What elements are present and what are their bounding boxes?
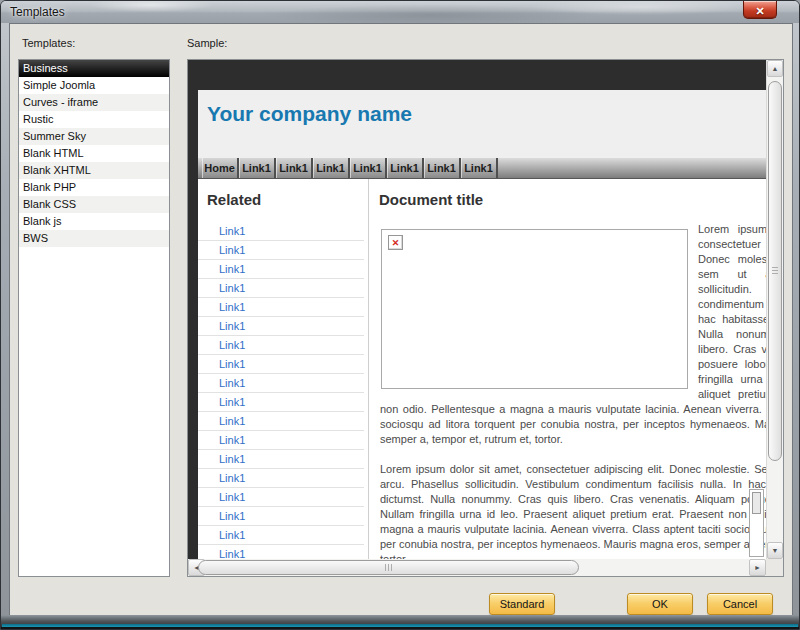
horizontal-scrollbar-thumb[interactable] — [198, 560, 579, 575]
templates-label: Templates: — [22, 37, 75, 49]
related-link[interactable]: Link1 — [198, 526, 364, 545]
scroll-up-icon: ▲ — [772, 65, 779, 72]
template-list-item[interactable]: Blank CSS — [19, 196, 169, 213]
related-link[interactable]: Link1 — [198, 260, 364, 279]
template-list-item[interactable]: Rustic — [19, 111, 169, 128]
related-link[interactable]: Link1 — [198, 241, 364, 260]
inner-page-scrollbar[interactable] — [749, 489, 764, 557]
close-button[interactable]: ✕ — [743, 1, 777, 19]
template-list-item[interactable]: Blank PHP — [19, 179, 169, 196]
scroll-up-button[interactable]: ▲ — [767, 60, 783, 77]
window-title: Templates — [10, 5, 65, 19]
vertical-scrollbar[interactable]: ▲ ▼ — [766, 60, 783, 559]
related-link[interactable]: Link1 — [198, 469, 364, 488]
preview-navbar: HomeLink1Link1Link1Link1Link1Link1Link1 — [198, 158, 784, 179]
broken-image-icon: ✕ — [388, 235, 403, 250]
related-link[interactable]: Link1 — [198, 355, 364, 374]
related-link[interactable]: Link1 — [198, 431, 364, 450]
related-link[interactable]: Link1 — [198, 412, 364, 431]
ok-button[interactable]: OK — [627, 593, 693, 615]
document-column: Document title ✕ Lorem ipsum dolor sit a… — [369, 179, 784, 577]
templates-listbox[interactable]: BusinessSimple JoomlaCurves - iframeRust… — [18, 59, 170, 577]
template-list-item[interactable]: Business — [19, 60, 169, 77]
frame-edge — [1, 627, 799, 629]
template-list-item[interactable]: Blank js — [19, 213, 169, 230]
scroll-down-button[interactable]: ▼ — [767, 542, 783, 559]
related-column: Related Link1Link1Link1Link1Link1Link1Li… — [198, 179, 369, 577]
document-content: ✕ Lorem ipsum dolor sit amet, consectetu… — [375, 222, 784, 577]
related-link[interactable]: Link1 — [198, 279, 364, 298]
scrollbar-corner — [766, 559, 783, 576]
nav-tab[interactable]: Link1 — [387, 158, 424, 178]
scroll-right-button[interactable]: ► — [749, 559, 766, 576]
titlebar[interactable]: Templates ✕ — [1, 1, 799, 23]
nav-tab[interactable]: Link1 — [239, 158, 276, 178]
related-link[interactable]: Link1 — [198, 488, 364, 507]
related-link[interactable]: Link1 — [198, 298, 364, 317]
nav-tab[interactable]: Link1 — [461, 158, 498, 178]
preview-page: Your company name HomeLink1Link1Link1Lin… — [198, 90, 784, 577]
preview-page-header: Your company name — [198, 90, 784, 158]
nav-tab[interactable]: Link1 — [313, 158, 350, 178]
cancel-button[interactable]: Cancel — [707, 593, 773, 615]
nav-tab[interactable]: Link1 — [276, 158, 313, 178]
template-list-item[interactable]: Blank XHTML — [19, 162, 169, 179]
related-link[interactable]: Link1 — [198, 374, 364, 393]
related-link[interactable]: Link1 — [198, 393, 364, 412]
related-links: Link1Link1Link1Link1Link1Link1Link1Link1… — [198, 222, 368, 564]
close-icon: ✕ — [755, 5, 764, 17]
paragraph: Lorem ipsum dolor sit amet, consectetuer… — [380, 462, 784, 567]
nav-tab[interactable]: Home — [202, 158, 239, 178]
related-heading: Related — [207, 191, 368, 208]
document-title-heading: Document title — [379, 191, 784, 208]
sample-preview-panel: Your company name HomeLink1Link1Link1Lin… — [187, 59, 784, 577]
scroll-down-icon: ▼ — [772, 547, 779, 554]
image-placeholder: ✕ — [381, 229, 688, 389]
dialog-body: Templates: Sample: BusinessSimple Joomla… — [9, 23, 793, 617]
scroll-right-icon: ► — [754, 564, 761, 571]
related-link[interactable]: Link1 — [198, 336, 364, 355]
template-list-item[interactable]: Blank HTML — [19, 145, 169, 162]
template-list-item[interactable]: BWS — [19, 230, 169, 247]
related-link[interactable]: Link1 — [198, 507, 364, 526]
template-list-item[interactable]: Curves - iframe — [19, 94, 169, 111]
related-link[interactable]: Link1 — [198, 450, 364, 469]
inner-scrollbar-thumb[interactable] — [752, 492, 761, 514]
related-link[interactable]: Link1 — [198, 222, 364, 241]
nav-tab[interactable]: Link1 — [424, 158, 461, 178]
vertical-scrollbar-thumb[interactable] — [768, 81, 782, 461]
template-list-item[interactable]: Simple Joomla — [19, 77, 169, 94]
sample-label: Sample: — [187, 37, 227, 49]
standard-button[interactable]: Standard — [489, 593, 555, 615]
window-frame-bottom — [1, 615, 799, 629]
horizontal-scrollbar[interactable]: ◄ ► — [188, 559, 766, 576]
preview-page-body: Related Link1Link1Link1Link1Link1Link1Li… — [198, 179, 784, 577]
template-list-item[interactable]: Summer Sky — [19, 128, 169, 145]
related-link[interactable]: Link1 — [198, 317, 364, 336]
nav-tab[interactable]: Link1 — [350, 158, 387, 178]
templates-dialog: Templates ✕ Templates: Sample: BusinessS… — [0, 0, 800, 630]
company-name-heading: Your company name — [207, 102, 784, 126]
